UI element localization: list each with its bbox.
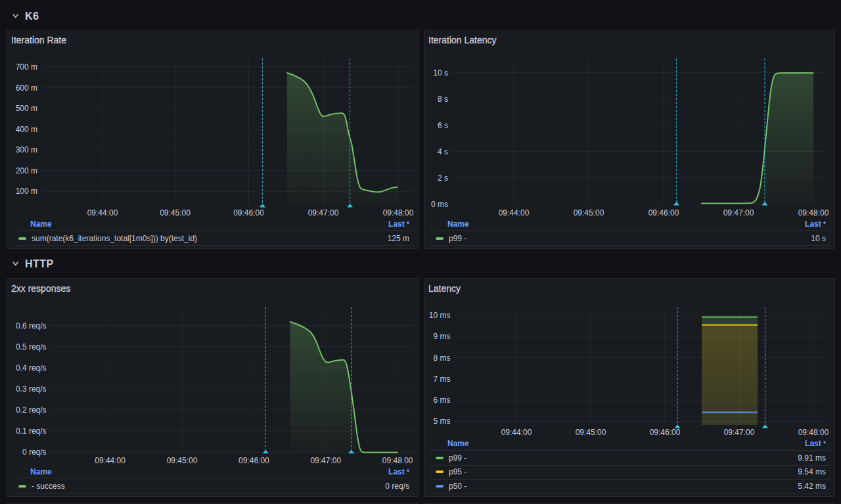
svg-text:09:44:00: 09:44:00	[501, 428, 532, 437]
svg-text:8 ms: 8 ms	[433, 354, 450, 363]
svg-text:09:48:00: 09:48:00	[383, 208, 414, 218]
svg-text:0.5 req/s: 0.5 req/s	[16, 342, 47, 352]
svg-text:0 req/s: 0 req/s	[22, 447, 47, 457]
svg-text:09:47:00: 09:47:00	[723, 208, 754, 218]
svg-text:09:48:00: 09:48:00	[382, 456, 413, 465]
svg-text:09:45:00: 09:45:00	[160, 208, 191, 218]
svg-text:10 ms: 10 ms	[429, 311, 451, 320]
svg-text:100 m: 100 m	[16, 187, 37, 196]
svg-text:0.2 req/s: 0.2 req/s	[16, 405, 47, 415]
svg-text:10 s: 10 s	[433, 68, 448, 78]
svg-text:9 ms: 9 ms	[433, 332, 450, 341]
svg-text:09:44:00: 09:44:00	[87, 208, 118, 218]
svg-text:09:46:00: 09:46:00	[648, 208, 679, 218]
svg-text:0 ms: 0 ms	[431, 200, 448, 209]
svg-text:7 ms: 7 ms	[433, 375, 450, 384]
svg-text:09:48:00: 09:48:00	[798, 428, 829, 437]
svg-text:09:46:00: 09:46:00	[233, 208, 264, 218]
svg-text:0.6 req/s: 0.6 req/s	[16, 321, 47, 331]
svg-text:300 m: 300 m	[16, 145, 37, 154]
svg-text:400 m: 400 m	[16, 125, 37, 134]
svg-text:5 ms: 5 ms	[433, 417, 450, 426]
svg-text:09:47:00: 09:47:00	[308, 208, 339, 218]
svg-text:09:48:00: 09:48:00	[798, 208, 829, 218]
svg-text:6 s: 6 s	[438, 121, 448, 130]
svg-text:09:46:00: 09:46:00	[650, 428, 681, 437]
svg-text:09:45:00: 09:45:00	[576, 428, 606, 437]
svg-text:600 m: 600 m	[16, 83, 37, 93]
svg-text:200 m: 200 m	[16, 166, 37, 175]
svg-text:2 s: 2 s	[438, 173, 448, 183]
svg-text:500 m: 500 m	[16, 104, 37, 113]
svg-text:8 s: 8 s	[438, 95, 448, 104]
svg-text:700 m: 700 m	[16, 62, 37, 72]
svg-text:09:47:00: 09:47:00	[724, 428, 755, 437]
svg-text:09:45:00: 09:45:00	[167, 456, 198, 465]
svg-text:0.4 req/s: 0.4 req/s	[16, 363, 47, 373]
svg-text:09:46:00: 09:46:00	[239, 456, 269, 465]
svg-text:09:45:00: 09:45:00	[574, 208, 604, 218]
svg-text:6 ms: 6 ms	[433, 396, 450, 405]
svg-text:0.3 req/s: 0.3 req/s	[16, 384, 47, 394]
svg-text:09:47:00: 09:47:00	[310, 456, 341, 465]
svg-text:09:44:00: 09:44:00	[95, 456, 125, 465]
svg-text:0.1 req/s: 0.1 req/s	[16, 426, 47, 436]
svg-text:4 s: 4 s	[438, 147, 448, 156]
svg-text:09:44:00: 09:44:00	[499, 208, 530, 218]
